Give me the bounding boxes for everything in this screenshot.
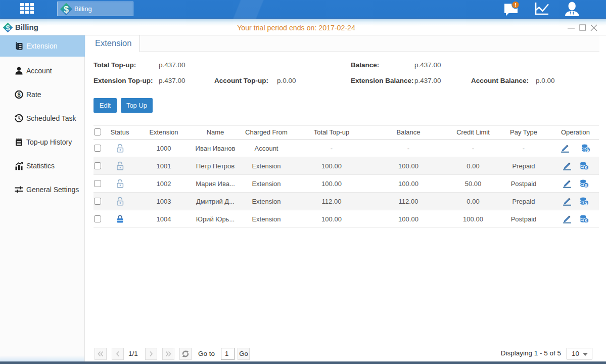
svg-text:$: $ [585,183,587,188]
svg-text:$: $ [586,147,589,152]
svg-text:$: $ [585,218,587,223]
svg-text:!: ! [515,2,517,8]
svg-text:$: $ [585,200,587,205]
svg-text:$: $ [17,92,20,98]
svg-text:$: $ [6,24,10,32]
svg-text:$: $ [64,5,69,15]
svg-text:$: $ [585,165,587,170]
